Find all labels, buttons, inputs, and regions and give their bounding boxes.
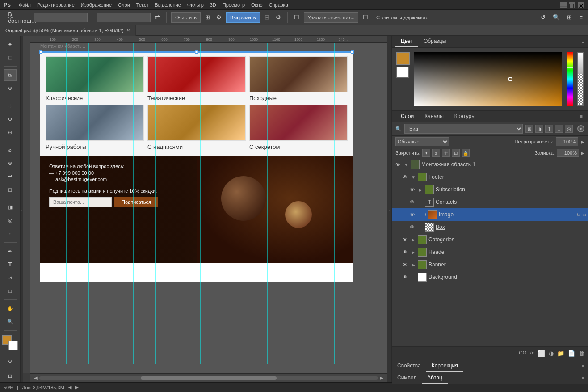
filter-smart-icon[interactable]: ◎ <box>565 125 573 133</box>
maximize-button[interactable]: □ <box>569 2 575 8</box>
delete-crop-button[interactable]: Удалить отсеч. пикс. <box>304 12 359 23</box>
right-panel-resize[interactable]: ⋮ <box>387 36 391 382</box>
filter-pixel-icon[interactable]: ⊞ <box>525 125 533 133</box>
tab-paths[interactable]: Контуры <box>449 111 481 122</box>
layer-filter-select[interactable]: Вид <box>404 124 523 134</box>
shape-tool[interactable]: □ <box>4 285 17 297</box>
grid-overlay-icon[interactable]: ⊟ <box>263 13 271 21</box>
blur-tool[interactable]: ◎ <box>4 215 17 227</box>
crop-ratio-input[interactable]: В соотнош... ▼ <box>19 11 31 24</box>
menu-window[interactable]: Окно <box>251 2 263 8</box>
color-gradient-picker[interactable] <box>414 52 562 106</box>
settings2-icon[interactable]: ⚙ <box>274 13 283 21</box>
eraser-tool[interactable]: ◻ <box>4 184 17 196</box>
crop-tool[interactable]: ⊹ <box>4 100 17 112</box>
straighten-button[interactable]: Выпрямить <box>226 12 260 23</box>
layer-expand-arrow[interactable]: ▶ <box>411 249 416 255</box>
canvas-scrollbar-horizontal[interactable]: ◀ ▶ <box>30 373 387 382</box>
delete-layer-icon[interactable]: 🗑 <box>579 350 584 357</box>
tab-samples[interactable]: Образцы <box>418 36 451 47</box>
filter-toggle-icon[interactable]: ● <box>577 125 584 132</box>
history-brush-tool[interactable]: ↩ <box>4 170 17 182</box>
canvas-area[interactable]: 100 200 300 400 500 600 700 800 900 1000… <box>23 36 387 382</box>
crop-width-input[interactable] <box>34 13 88 22</box>
layer-expand-arrow[interactable]: ▶ <box>418 187 423 192</box>
arrange-icon[interactable]: ⊞ <box>565 13 574 21</box>
layer-visibility-toggle[interactable]: 👁 <box>408 211 416 219</box>
content-aware-icon[interactable]: ☐ <box>361 13 370 21</box>
layer-expand-arrow[interactable]: ▼ <box>403 162 409 167</box>
canvas-viewport[interactable]: Монтажная область 1 Классические Тематич… <box>30 43 387 373</box>
lasso-tool[interactable]: ⊵ <box>4 69 17 81</box>
background-color-swatch[interactable] <box>396 67 409 78</box>
menu-view[interactable]: Просмотр <box>223 2 245 8</box>
zoom-tool[interactable]: 🔍 <box>4 316 17 328</box>
layer-row[interactable]: 👁 ▶ Header <box>392 246 588 258</box>
menu-image[interactable]: Изображение <box>81 2 112 8</box>
filter-shape-icon[interactable]: □ <box>555 125 563 133</box>
scrollbar-thumb-h[interactable] <box>141 376 276 380</box>
layer-expand-arrow[interactable]: ▼ <box>411 174 416 180</box>
menu-select[interactable]: Выделение <box>155 2 181 8</box>
crop-height-input[interactable] <box>97 13 151 22</box>
pen-tool[interactable]: ✒ <box>4 245 17 257</box>
layers-menu-icon[interactable]: ≡ <box>578 112 584 121</box>
tab-channels[interactable]: Каналы <box>419 111 449 122</box>
layer-row[interactable]: 👁 ▶ T Contacts <box>392 196 588 208</box>
lock-position-icon[interactable]: ✦ <box>422 149 430 157</box>
scroll-left-icon[interactable]: ◀ <box>32 375 39 380</box>
foreground-background-colors[interactable] <box>2 335 18 350</box>
eyedropper-tool[interactable]: ⊕ <box>4 113 17 125</box>
move-tool[interactable]: ✦ <box>4 38 17 51</box>
text-tool[interactable]: T <box>4 258 17 270</box>
lock-artboard-icon[interactable]: ⊡ <box>452 149 460 157</box>
blend-mode-select[interactable]: Обычные <box>395 137 449 146</box>
path-select-tool[interactable]: ⊿ <box>4 272 17 284</box>
menu-layers[interactable]: Слои <box>118 2 130 8</box>
alpha-slider[interactable] <box>577 52 584 106</box>
foreground-color-swatch[interactable] <box>396 52 410 65</box>
bottom-panel-menu-icon-2[interactable]: ≡ <box>582 375 584 381</box>
tab-correction[interactable]: Коррекция <box>426 360 463 372</box>
subscribe-button[interactable]: Подписаться <box>114 197 158 207</box>
brush-tool[interactable]: ⌀ <box>4 144 17 156</box>
minimize-button[interactable]: — <box>560 2 567 8</box>
status-arrow-left[interactable]: ◀ <box>68 384 71 390</box>
resolution-icon[interactable]: ⊞ <box>203 13 212 21</box>
screen-mode-tool[interactable]: ⊞ <box>4 370 17 382</box>
lock-pixels-icon[interactable]: ⌀ <box>432 149 440 157</box>
layer-visibility-toggle[interactable]: 👁 <box>401 248 409 256</box>
add-mask-icon[interactable]: ⬜ <box>538 350 545 357</box>
menu-filter[interactable]: Фильтр <box>187 2 204 8</box>
dodge-tool[interactable]: ○ <box>4 228 17 240</box>
fill-arrow[interactable]: ▶ <box>581 151 584 156</box>
tab-symbol[interactable]: Символ <box>392 372 422 384</box>
layer-visibility-toggle[interactable]: 👁 <box>401 236 409 244</box>
close-button[interactable]: ✕ <box>578 2 584 8</box>
layer-row[interactable]: 👁 ▼ Монтажная область 1 <box>392 158 588 171</box>
go-to-icon[interactable]: GO <box>519 350 526 357</box>
layer-row[interactable]: 👁 ▶ Categories <box>392 233 588 246</box>
layer-visibility-toggle[interactable]: 👁 <box>394 160 402 169</box>
layer-expand-arrow[interactable]: ▶ <box>411 237 416 242</box>
layer-visibility-toggle[interactable]: 👁 <box>408 223 416 231</box>
fx-icon[interactable]: fx <box>530 350 534 357</box>
heal-tool[interactable]: ⊛ <box>4 126 17 139</box>
close-tab-icon[interactable]: ✕ <box>126 28 130 33</box>
layer-row[interactable]: 👁 ▶ Subscription <box>392 183 588 196</box>
layer-row[interactable]: 👁 ▶ Banner <box>392 258 588 271</box>
tab-layers[interactable]: Слои <box>395 111 419 122</box>
selection-tool[interactable]: ⬚ <box>4 52 17 64</box>
swap-dimensions-icon[interactable]: ⇄ <box>153 13 162 21</box>
menu-text[interactable]: Текст <box>136 2 149 8</box>
layer-list[interactable]: 👁 ▼ Монтажная область 1 👁 ▼ Footer 👁 ▶ <box>392 158 588 346</box>
menu-help[interactable]: Справка <box>269 2 288 8</box>
undo-icon[interactable]: ↺ <box>539 13 547 21</box>
quick-mask-tool[interactable]: ⊙ <box>4 355 17 367</box>
gradient-tool[interactable]: ◨ <box>4 201 17 213</box>
clone-stamp-tool[interactable]: ⊗ <box>4 157 17 169</box>
filter-text-icon[interactable]: T <box>545 125 553 133</box>
layer-expand-arrow[interactable]: ▶ <box>411 262 416 267</box>
layer-visibility-toggle[interactable]: 👁 <box>401 173 409 181</box>
checkbox-icon[interactable]: ☐ <box>292 13 301 21</box>
